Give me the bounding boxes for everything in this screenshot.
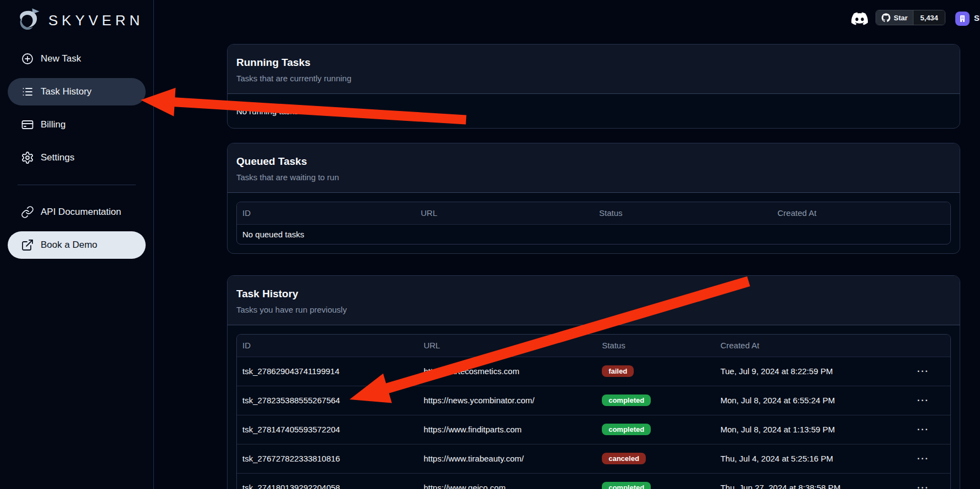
- running-tasks-empty-state: No running tasks: [228, 94, 960, 128]
- sidebar-item-settings[interactable]: Settings: [8, 144, 146, 171]
- column-header: URL: [418, 335, 597, 357]
- task-created-at-cell: Mon, Jul 8, 2024 at 1:13:59 PM: [715, 415, 896, 444]
- sidebar-item-billing[interactable]: Billing: [8, 111, 146, 138]
- sidebar-item-label: Billing: [41, 119, 65, 130]
- column-header: ID: [237, 335, 418, 357]
- column-header: Created At: [715, 335, 896, 357]
- row-actions-ellipsis-button[interactable]: ···: [896, 415, 950, 444]
- task-status-cell: completed: [596, 415, 715, 444]
- card-subtitle: Tasks you have run previously: [236, 305, 951, 315]
- row-actions-ellipsis-button[interactable]: ···: [896, 444, 950, 473]
- gear-icon: [21, 151, 34, 164]
- sidebar-item-label: New Task: [41, 53, 81, 64]
- external-link-icon: [21, 238, 34, 252]
- sidebar-item-label: Settings: [41, 152, 74, 163]
- task-id-cell: tsk_274180139292204058: [237, 473, 418, 489]
- card-header: Queued Tasks Tasks that are waiting to r…: [228, 143, 960, 193]
- link-icon: [21, 205, 34, 219]
- column-header: [896, 335, 950, 357]
- task-url-cell: https://www.tirabeauty.com/: [418, 444, 597, 473]
- sidebar-divider: [18, 185, 136, 185]
- task-created-at-cell: Thu, Jul 4, 2024 at 5:25:16 PM: [715, 444, 896, 473]
- task-id-cell: tsk_278629043741199914: [237, 357, 418, 386]
- row-actions-ellipsis-button[interactable]: ···: [896, 357, 950, 386]
- task-id-cell: tsk_278235388555267564: [237, 386, 418, 415]
- user-name-partial: Sk: [974, 13, 980, 23]
- card-body: IDURLStatusCreated At No queued tasks: [228, 193, 960, 253]
- status-badge: completed: [602, 394, 651, 406]
- sidebar-item-label: Task History: [41, 86, 92, 97]
- task-status-cell: completed: [596, 386, 715, 415]
- main-content: Running Tasks Tasks that are currently r…: [227, 0, 960, 489]
- queued-tasks-card: Queued Tasks Tasks that are waiting to r…: [227, 143, 960, 254]
- table-row[interactable]: tsk_276727822333810816https://www.tirabe…: [237, 444, 950, 473]
- status-badge: completed: [602, 424, 651, 435]
- column-header: URL: [416, 202, 594, 224]
- running-tasks-card: Running Tasks Tasks that are currently r…: [227, 44, 960, 129]
- table-row[interactable]: tsk_278235388555267564https://news.ycomb…: [237, 386, 950, 415]
- task-created-at-cell: Tue, Jul 9, 2024 at 8:22:59 PM: [715, 357, 896, 386]
- status-badge: completed: [602, 482, 651, 489]
- task-history-table: IDURLStatusCreated At tsk_27862904374119…: [236, 334, 951, 489]
- table-header-row: IDURLStatusCreated At: [237, 335, 950, 357]
- task-history-card: Task History Tasks you have run previous…: [227, 275, 960, 489]
- circle-plus-icon: [21, 52, 34, 65]
- row-actions-ellipsis-button[interactable]: ···: [896, 386, 950, 415]
- list-icon: [21, 85, 34, 98]
- task-url-cell: https://www.finditparts.com: [418, 415, 597, 444]
- row-actions-ellipsis-button[interactable]: ···: [896, 473, 950, 489]
- table-row[interactable]: tsk_278147405593572204https://www.findit…: [237, 415, 950, 444]
- task-status-cell: canceled: [596, 444, 715, 473]
- column-header: ID: [237, 202, 416, 224]
- card-title: Task History: [236, 288, 951, 300]
- sidebar-item-api-documentation[interactable]: API Documentation: [8, 198, 146, 226]
- card-subtitle: Tasks that are currently running: [236, 74, 951, 84]
- task-created-at-cell: Thu, Jun 27, 2024 at 8:38:58 PM: [715, 473, 896, 489]
- task-status-cell: failed: [596, 357, 715, 386]
- table-header-row: IDURLStatusCreated At: [237, 202, 950, 224]
- status-badge: failed: [602, 365, 634, 377]
- task-status-cell: completed: [596, 473, 715, 489]
- task-id-cell: tsk_278147405593572204: [237, 415, 418, 444]
- sidebar: SKYVERN New Task Task History Billing: [0, 0, 154, 489]
- sidebar-item-task-history[interactable]: Task History: [8, 78, 146, 105]
- queued-tasks-empty-state: No queued tasks: [237, 224, 950, 244]
- credit-card-icon: [21, 118, 34, 131]
- task-url-cell: https://news.ycombinator.com/: [418, 386, 597, 415]
- sidebar-item-new-task[interactable]: New Task: [8, 45, 146, 73]
- column-header: Status: [596, 335, 715, 357]
- card-body: IDURLStatusCreated At tsk_27862904374119…: [228, 325, 960, 489]
- task-url-cell: https://tartecosmetics.com: [418, 357, 597, 386]
- task-url-cell: https://www.geico.com: [418, 473, 597, 489]
- card-title: Queued Tasks: [236, 155, 951, 168]
- queued-tasks-table: IDURLStatusCreated At No queued tasks: [236, 202, 951, 244]
- status-badge: canceled: [602, 453, 646, 464]
- task-created-at-cell: Mon, Jul 8, 2024 at 6:55:24 PM: [715, 386, 896, 415]
- task-id-cell: tsk_276727822333810816: [237, 444, 418, 473]
- card-title: Running Tasks: [236, 57, 951, 69]
- card-header: Running Tasks Tasks that are currently r…: [228, 45, 960, 94]
- sidebar-item-label: API Documentation: [41, 207, 121, 218]
- table-row[interactable]: tsk_278629043741199914https://tartecosme…: [237, 357, 950, 386]
- sidebar-nav: New Task Task History Billing Settings: [0, 45, 153, 259]
- column-header: Created At: [772, 202, 951, 224]
- column-header: Status: [594, 202, 772, 224]
- card-header: Task History Tasks you have run previous…: [228, 276, 960, 325]
- card-subtitle: Tasks that are waiting to run: [236, 173, 951, 182]
- table-row-empty: No queued tasks: [237, 224, 950, 244]
- book-a-demo-button[interactable]: Book a Demo: [8, 231, 146, 259]
- skyvern-app: { "brand": { "name": "SKYVERN" }, "sideb…: [0, 0, 980, 489]
- table-row[interactable]: tsk_274180139292204058https://www.geico.…: [237, 473, 950, 489]
- sidebar-item-label: Book a Demo: [41, 240, 97, 251]
